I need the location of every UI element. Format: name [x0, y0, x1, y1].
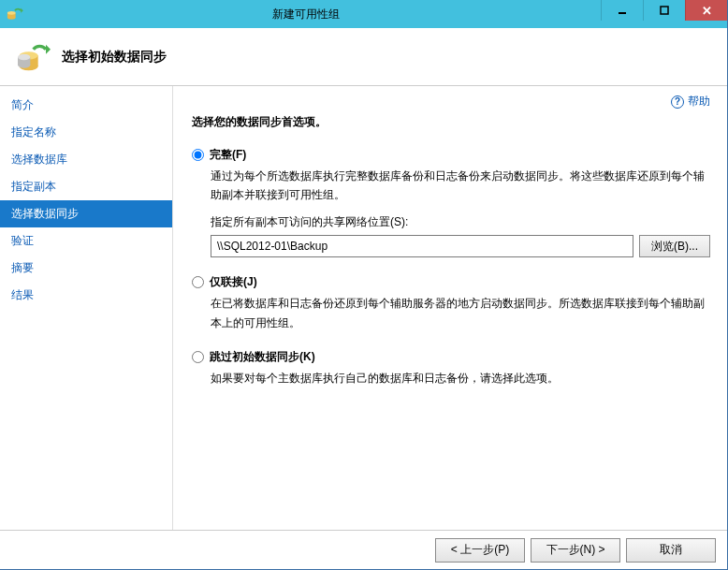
full-desc: 通过为每个所选数据库执行完整数据库备份和日志备份来启动数据同步。将这些数据库还原…: [211, 167, 710, 205]
sidebar-item-select-sync[interactable]: 选择数据同步: [0, 200, 172, 227]
header-panel: 选择初始数据同步: [0, 28, 727, 86]
footer: < 上一步(P) 下一步(N) > 取消: [0, 530, 727, 569]
window-title: 新建可用性组: [30, 7, 601, 22]
radio-join-row[interactable]: 仅联接(J): [192, 274, 710, 290]
path-label: 指定所有副本可访问的共享网络位置(S):: [211, 212, 710, 231]
svg-point-12: [18, 53, 30, 60]
sidebar-item-validate[interactable]: 验证: [0, 227, 172, 255]
sidebar-item-specify-name[interactable]: 指定名称: [0, 119, 172, 146]
radio-join[interactable]: [192, 276, 204, 288]
page-title: 选择初始数据同步: [62, 49, 167, 66]
radio-join-label: 仅联接(J): [210, 274, 257, 290]
radio-skip-row[interactable]: 跳过初始数据同步(K): [192, 349, 710, 365]
maximize-icon: [660, 6, 669, 15]
header-icon: [13, 38, 51, 76]
join-desc: 在已将数据库和日志备份还原到每个辅助服务器的地方启动数据同步。所选数据库联接到每…: [211, 294, 710, 332]
main-area: 简介 指定名称 选择数据库 指定副本 选择数据同步 验证 摘要 结果 ? 帮助 …: [0, 86, 727, 530]
svg-marker-9: [46, 44, 51, 53]
network-path-input[interactable]: [211, 235, 633, 257]
svg-rect-4: [619, 12, 626, 14]
sidebar-item-result[interactable]: 结果: [0, 282, 172, 309]
cancel-button[interactable]: 取消: [626, 538, 716, 563]
skip-desc: 如果要对每个主数据库执行自己的数据库和日志备份，请选择此选项。: [211, 369, 710, 387]
option-skip: 跳过初始数据同步(K) 如果要对每个主数据库执行自己的数据库和日志备份，请选择此…: [192, 349, 710, 387]
close-icon: ✕: [702, 4, 712, 18]
minimize-button[interactable]: [601, 0, 643, 21]
option-full: 完整(F) 通过为每个所选数据库执行完整数据库备份和日志备份来启动数据同步。将这…: [192, 147, 710, 257]
titlebar: 新建可用性组 ✕: [0, 0, 727, 28]
svg-point-2: [7, 11, 16, 15]
sidebar-item-summary[interactable]: 摘要: [0, 255, 172, 282]
app-icon: [6, 5, 24, 23]
window-controls: ✕: [601, 0, 727, 28]
content-pane: ? 帮助 选择您的数据同步首选项。 完整(F) 通过为每个所选数据库执行完整数据…: [173, 86, 727, 530]
wizard-window: 新建可用性组 ✕ 选择初始数据同步 简介: [0, 0, 728, 570]
help-label: 帮助: [688, 94, 710, 110]
sidebar-item-specify-rep[interactable]: 指定副本: [0, 173, 172, 200]
radio-skip[interactable]: [192, 351, 204, 363]
browse-button[interactable]: 浏览(B)...: [639, 235, 710, 257]
svg-marker-3: [21, 8, 23, 13]
minimize-icon: [618, 6, 627, 15]
prev-button[interactable]: < 上一步(P): [435, 538, 525, 563]
svg-rect-5: [661, 7, 668, 14]
radio-full[interactable]: [192, 149, 204, 161]
close-button[interactable]: ✕: [685, 0, 727, 21]
sidebar-item-intro[interactable]: 简介: [0, 92, 172, 119]
next-button[interactable]: 下一步(N) >: [531, 538, 620, 563]
help-icon: ?: [671, 95, 684, 109]
radio-full-label: 完整(F): [210, 147, 246, 163]
option-join: 仅联接(J) 在已将数据库和日志备份还原到每个辅助服务器的地方启动数据同步。所选…: [192, 274, 710, 332]
maximize-button[interactable]: [643, 0, 685, 21]
sidebar-item-select-db[interactable]: 选择数据库: [0, 146, 172, 173]
help-link[interactable]: ? 帮助: [671, 94, 710, 110]
radio-skip-label: 跳过初始数据同步(K): [210, 349, 315, 365]
instruction-text: 选择您的数据同步首选项。: [192, 114, 710, 130]
radio-full-row[interactable]: 完整(F): [192, 147, 710, 163]
sidebar: 简介 指定名称 选择数据库 指定副本 选择数据同步 验证 摘要 结果: [0, 86, 173, 530]
